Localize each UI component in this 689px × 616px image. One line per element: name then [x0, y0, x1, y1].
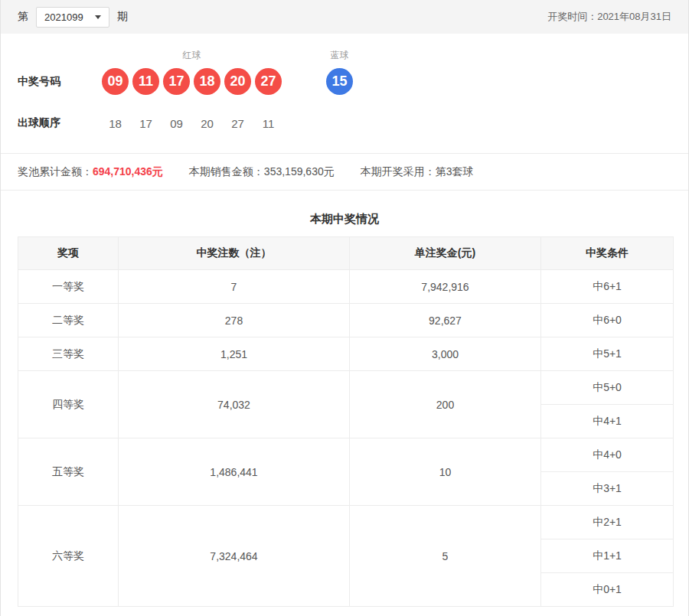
condition-cell: 中0+1	[541, 573, 674, 607]
red-balls: 091117182027	[102, 68, 282, 95]
prize-cell: 二等奖	[18, 304, 119, 337]
prize-table-title: 本期中奖情况	[18, 212, 671, 227]
winning-numbers-label: 中奖号码	[18, 75, 102, 89]
ballset-label: 本期开奖采用：	[361, 165, 436, 178]
red-ball: 27	[255, 68, 282, 95]
draw-order-number: 11	[255, 117, 282, 130]
ballset-item: 本期开奖采用：第3套球	[361, 165, 474, 179]
condition-cell: 中2+1	[541, 506, 674, 539]
count-cell: 278	[119, 304, 350, 337]
chevron-down-icon	[95, 15, 101, 19]
count-cell: 1,251	[119, 337, 350, 371]
count-cell: 1,486,441	[119, 438, 350, 506]
jackpot-item: 奖池累计金额：694,710,436元	[18, 165, 163, 179]
red-ball: 17	[163, 68, 190, 95]
red-ball: 20	[224, 68, 251, 95]
sales-label: 本期销售金额：	[189, 165, 264, 178]
amount-cell: 10	[350, 438, 541, 506]
sales-item: 本期销售金额：353,159,630元	[189, 165, 335, 179]
prize-cell: 一等奖	[18, 270, 119, 304]
amount-cell: 5	[350, 506, 541, 607]
amount-cell: 92,627	[350, 304, 541, 337]
red-ball: 18	[194, 68, 220, 95]
period-select[interactable]: 2021099	[36, 7, 109, 28]
blue-ball: 15	[326, 68, 353, 95]
condition-cell: 中6+1	[541, 270, 674, 304]
prize-table-header-cell: 单注奖金(元)	[350, 237, 541, 270]
condition-cell: 中4+0	[541, 438, 674, 472]
draw-order-label: 出球顺序	[18, 116, 102, 130]
period-bar: 第 2021099 期 开奖时间：2021年08月31日	[1, 0, 688, 34]
draw-time: 开奖时间：2021年08月31日	[547, 10, 671, 24]
table-row: 四等奖74,032200中5+0	[18, 371, 674, 405]
period-suffix-label: 期	[117, 10, 128, 24]
draw-order-numbers: 181709202711	[102, 117, 286, 130]
condition-cell: 中5+0	[541, 371, 674, 405]
red-ball-group-label: 红球	[102, 49, 282, 62]
condition-cell: 中6+0	[541, 304, 674, 337]
condition-cell: 中5+1	[541, 337, 674, 371]
prize-table-head: 奖项中奖注数（注）单注奖金(元)中奖条件	[18, 237, 674, 270]
prize-table: 奖项中奖注数（注）单注奖金(元)中奖条件 一等奖77,942,916中6+1二等…	[18, 236, 674, 607]
period-prefix-label: 第	[18, 10, 28, 24]
prize-cell: 四等奖	[18, 371, 119, 438]
table-row: 一等奖77,942,916中6+1	[18, 270, 674, 304]
count-cell: 7	[119, 270, 350, 304]
ballset-value: 第3套球	[436, 165, 474, 178]
amount-cell: 200	[350, 371, 541, 438]
period-select-value: 2021099	[44, 11, 83, 23]
winning-numbers-section: 红球 蓝球 中奖号码 091117182027 15 出球顺序 18170920…	[1, 34, 688, 153]
prize-table-body: 一等奖77,942,916中6+1二等奖27892,627中6+0三等奖1,25…	[18, 270, 674, 607]
lottery-results-page: 第 2021099 期 开奖时间：2021年08月31日 红球 蓝球 中奖号码 …	[0, 0, 689, 616]
draw-order-number: 18	[102, 117, 129, 130]
prize-cell: 五等奖	[18, 438, 119, 506]
prize-table-section: 本期中奖情况 奖项中奖注数（注）单注奖金(元)中奖条件 一等奖77,942,91…	[1, 191, 688, 616]
prize-cell: 三等奖	[18, 337, 119, 371]
amount-cell: 3,000	[350, 337, 541, 371]
red-ball: 11	[132, 68, 159, 95]
prize-table-header-cell: 中奖条件	[541, 237, 674, 270]
draw-order-number: 20	[194, 117, 220, 130]
table-row: 三等奖1,2513,000中5+1	[18, 337, 674, 371]
red-ball: 09	[102, 68, 129, 95]
prize-pool-bar: 奖池累计金额：694,710,436元 本期销售金额：353,159,630元 …	[1, 154, 688, 190]
sales-value: 353,159,630元	[264, 165, 335, 178]
blue-ball-slot: 15	[326, 68, 353, 95]
condition-cell: 中3+1	[541, 472, 674, 506]
prize-cell: 六等奖	[18, 506, 119, 607]
table-row: 六等奖7,324,4645中2+1	[18, 506, 674, 539]
amount-cell: 7,942,916	[350, 270, 541, 304]
prize-table-header-cell: 奖项	[18, 237, 119, 270]
draw-order-number: 09	[163, 117, 190, 130]
blue-ball-group-label: 蓝球	[326, 49, 353, 62]
count-cell: 7,324,464	[119, 506, 350, 607]
draw-order-number: 27	[224, 117, 251, 130]
table-row: 五等奖1,486,44110中4+0	[18, 438, 674, 472]
table-row: 二等奖27892,627中6+0	[18, 304, 674, 337]
draw-time-label: 开奖时间：	[547, 11, 597, 22]
draw-order-number: 17	[132, 117, 159, 130]
condition-cell: 中4+1	[541, 405, 674, 438]
jackpot-value: 694,710,436元	[93, 165, 163, 178]
jackpot-label: 奖池累计金额：	[18, 165, 93, 178]
prize-table-header-cell: 中奖注数（注）	[119, 237, 350, 270]
condition-cell: 中1+1	[541, 539, 674, 573]
count-cell: 74,032	[119, 371, 350, 438]
draw-time-value: 2021年08月31日	[597, 11, 671, 22]
